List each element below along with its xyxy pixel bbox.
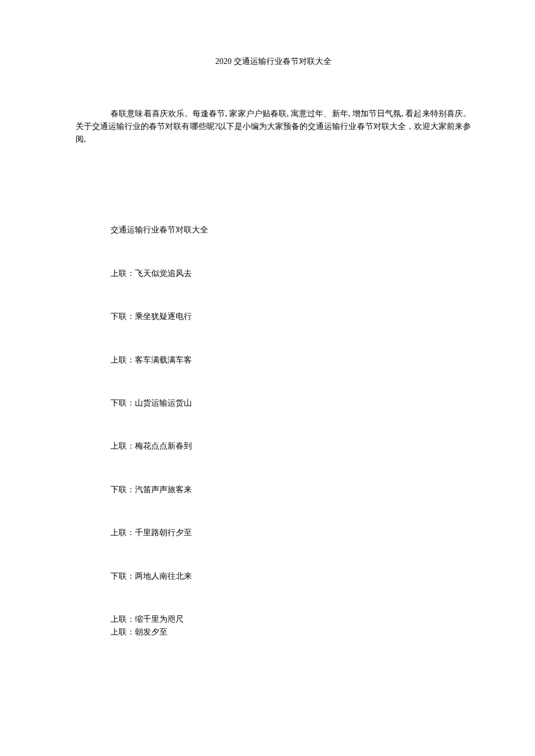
couplet-upper: 上联：朝发夕至	[76, 626, 471, 639]
couplet-lower: 下联：山货运输运货山	[76, 397, 471, 410]
couplet-upper: 上联：客车满载满车客	[76, 354, 471, 367]
document-title: 2020 交通运输行业春节对联大全	[76, 55, 471, 68]
couplet-lower: 下联：两地人南往北来	[76, 570, 471, 583]
couplet-lower: 下联：汽笛声声旅客来	[76, 483, 471, 496]
couplet-upper: 上联：缩千里为咫尺	[76, 613, 471, 626]
couplet-lower: 下联：乘坐犹疑逐电行	[76, 310, 471, 323]
couplet-upper: 上联：千里路朝行夕至	[76, 526, 471, 539]
intro-paragraph: 春联意味着喜庆欢乐。每逢春节, 家家户户贴春联, 寓意过年、新年, 增加节日气氛…	[76, 108, 471, 145]
couplet-upper: 上联：飞天似觉追风去	[76, 267, 471, 280]
couplet-upper: 上联：梅花点点新春到	[76, 440, 471, 453]
section-header: 交通运输行业春节对联大全	[76, 224, 471, 237]
